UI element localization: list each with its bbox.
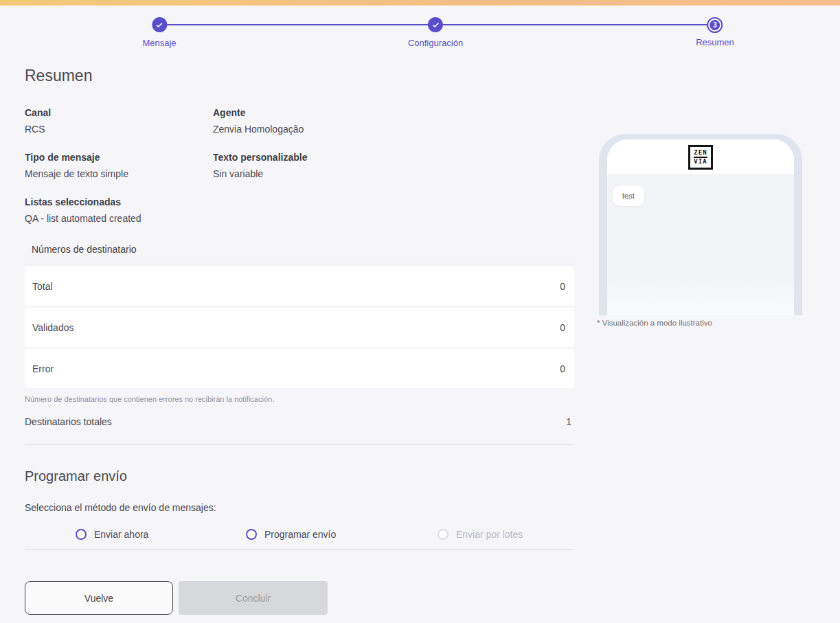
row-label: Error: [32, 363, 54, 374]
schedule-title: Programar envío: [25, 468, 127, 484]
step-label: Mensaje: [142, 38, 176, 48]
check-icon: [155, 21, 163, 29]
schedule-subtitle: Selecciona el método de envío de mensaje…: [25, 502, 216, 513]
recipients-table: Números de destinatario Total 0 Validado…: [25, 244, 574, 403]
field-value: RCS: [25, 124, 213, 135]
field-value: Zenvia Homologação: [213, 124, 574, 135]
field-label: Agente: [213, 107, 574, 118]
section-divider: [25, 550, 574, 550]
phone-screen: ZEN VIA test: [607, 139, 794, 315]
finish-button: Concluir: [179, 581, 328, 615]
back-button[interactable]: Vuelve: [25, 581, 173, 615]
step-completed-circle: [428, 17, 443, 32]
row-value: 0: [560, 363, 565, 374]
step-completed-circle: [152, 17, 167, 32]
message-bubble: test: [613, 185, 644, 206]
step-label: Configuración: [408, 38, 463, 48]
radio-circle-icon: [246, 529, 257, 540]
radio-enviar-por-lotes: Enviar por lotes: [438, 529, 523, 540]
table-row-total: Total 0: [25, 267, 574, 306]
field-label: Canal: [25, 107, 213, 118]
field-label: Listas seleccionadas: [25, 196, 213, 207]
total-label: Destinatarios totales: [25, 416, 112, 427]
phone-screen-header: ZEN VIA: [607, 139, 794, 175]
check-icon: [432, 21, 440, 29]
field-texto-personalizable: Texto personalizable Sin variable: [213, 152, 574, 196]
radio-label: Enviar por lotes: [456, 529, 523, 540]
step-label: Resumen: [696, 37, 734, 47]
step-mensaje[interactable]: Mensaje: [142, 17, 176, 48]
row-label: Total: [32, 281, 53, 292]
step-resumen[interactable]: 3 Resumen: [696, 17, 734, 47]
step-number: 3: [713, 21, 717, 29]
radio-circle-icon: [438, 529, 449, 540]
table-row-validados: Validados 0: [25, 308, 574, 347]
recipients-table-header: Números de destinatario: [25, 244, 574, 264]
radio-label: Enviar ahora: [94, 529, 148, 540]
page: Mensaje Configuración 3 Resumen Resumen …: [0, 0, 840, 623]
row-value: 0: [560, 322, 565, 333]
page-title: Resumen: [25, 67, 92, 85]
radio-circle-icon: [76, 529, 87, 540]
field-canal: Canal RCS: [25, 107, 213, 152]
top-gradient-bar: [0, 0, 840, 5]
phone-preview: ZEN VIA test: [599, 134, 802, 315]
total-value: 1: [566, 416, 574, 427]
zenvia-logo-icon: ZEN VIA: [688, 145, 713, 170]
radio-label: Programar envío: [264, 529, 336, 540]
phone-screen-body: test: [607, 175, 794, 315]
step-current-circle: 3: [708, 19, 721, 32]
section-divider: [25, 444, 574, 445]
field-tipo-de-mensaje: Tipo de mensaje Mensaje de texto simple: [25, 152, 213, 196]
preview-disclaimer: * Visualización a modo ilustrativo: [597, 319, 712, 327]
radio-programar-envio[interactable]: Programar envío: [246, 529, 336, 540]
row-value: 0: [560, 281, 565, 292]
radio-enviar-ahora[interactable]: Enviar ahora: [76, 529, 148, 540]
table-row-error: Error 0: [25, 349, 574, 388]
row-label: Validados: [32, 322, 73, 333]
summary-fields: Canal RCS Agente Zenvia Homologação Tipo…: [25, 107, 574, 241]
field-label: Tipo de mensaje: [25, 152, 213, 163]
total-recipients-row: Destinatarios totales 1: [25, 416, 574, 427]
field-value: QA - list automated created: [25, 213, 213, 224]
field-value: Sin variable: [213, 168, 574, 179]
error-note: Número de destinatarios que contienen er…: [25, 395, 574, 403]
send-method-options: Enviar ahora Programar envío Enviar por …: [25, 524, 574, 550]
action-buttons: Vuelve Concluir: [25, 581, 328, 615]
field-label: Texto personalizable: [213, 152, 574, 163]
field-agente: Agente Zenvia Homologação: [213, 107, 574, 152]
field-value: Mensaje de texto simple: [25, 168, 213, 179]
step-configuracion[interactable]: Configuración: [408, 17, 463, 48]
field-listas-seleccionadas: Listas seleccionadas QA - list automated…: [25, 196, 213, 241]
